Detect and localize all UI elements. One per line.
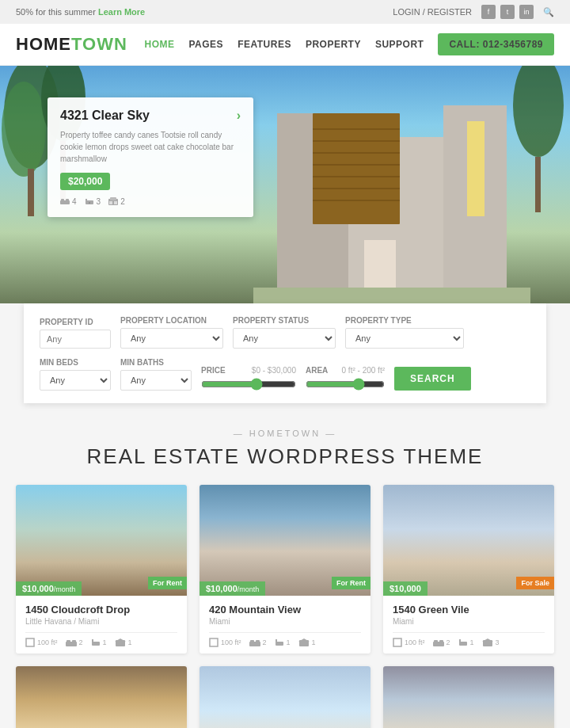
section-header: — HOMETOWN — REAL ESTATE WORDPRESS THEME [0,403,570,485]
stat-beds: 2 [66,638,83,646]
price-range-field: Price $0 - $30,000 [201,366,296,391]
area-icon [393,638,402,647]
min-beds-select[interactable]: Any [40,370,111,391]
section-subtitle: — HOMETOWN — [16,429,554,438]
search-panel: Property ID Property Location Any Proper… [24,303,546,403]
linkedin-icon[interactable]: in [519,5,534,19]
property-image: For Rent $10,000/month [200,485,370,596]
price-label: Price [201,366,226,375]
bath-stat-icon [91,638,101,647]
promo-bar: 50% for this summer Learn More [16,7,145,17]
property-location: Little Havana / Miami [25,617,177,626]
login-register-link[interactable]: LOGIN / REGISTER [393,7,472,17]
property-card[interactable]: For Sale $10,000 1540 Green Vile Miami 1… [383,485,554,654]
nav-property[interactable]: PROPERTY [306,39,361,50]
logo-part2: TOWN [71,34,127,54]
stat-area: 100 ft² [209,638,241,647]
svg-rect-18 [467,121,484,216]
hero-property-card: 4321 Clear Sky › Property toffee candy c… [48,97,253,217]
section-title: REAL ESTATE WORDPRESS THEME [16,444,554,469]
min-baths-field: Min Baths Any [120,358,192,391]
svg-rect-49 [434,640,438,642]
price-range-value: $0 - $30,000 [252,366,296,375]
min-beds-field: Min Beds Any [40,358,111,391]
status-select[interactable]: Any [233,328,336,349]
nav-support[interactable]: SUPPORT [375,39,424,50]
nav-home[interactable]: HOME [145,39,175,50]
facebook-icon[interactable]: f [481,5,496,19]
property-info: 420 Mountain View Miami 100 ft² 2 1 [200,596,370,654]
property-price: $10,000/month [200,581,265,596]
svg-rect-39 [210,638,218,646]
area-range-input[interactable] [306,378,385,391]
svg-rect-33 [66,640,70,642]
hero-card-title-text: 4321 Clear Sky [60,109,150,123]
type-field: Property Type Any [345,316,464,349]
property-location: Miami [393,617,545,626]
stat-beds: 2 [249,638,267,646]
min-baths-select[interactable]: Any [120,370,192,391]
nav-features[interactable]: FEATURES [238,39,291,50]
property-image: For Sale $10,000 [383,485,554,596]
svg-rect-36 [92,639,93,642]
property-name: 420 Mountain View [209,604,361,616]
property-stats: 100 ft² 2 1 1 [25,638,177,647]
property-card[interactable]: For Sale $30,000 140 Small Town Pacific … [383,666,554,728]
property-badge: For Rent [332,577,370,589]
property-divider [209,632,361,633]
stat-garages: 3 [482,638,500,647]
stat-beds: 2 [433,638,450,646]
learn-more-link[interactable]: Learn More [98,7,145,17]
stat-baths: 1 [458,638,474,647]
bed-stat-icon [433,638,444,646]
property-card[interactable]: For Rent $10,000/month 420 Mountain View… [200,485,370,654]
garage-stat-icon [115,638,126,647]
property-price: $10,000/month [16,581,82,596]
location-label: Property Location [120,316,223,325]
hero-card-features: 4 3 2 [60,196,241,206]
min-baths-label: Min Baths [120,358,192,367]
property-badge: For Rent [148,577,187,589]
property-image: For Sale $30,000 [383,666,554,728]
twitter-icon[interactable]: t [500,5,515,19]
svg-rect-29 [109,201,112,204]
stat-area: 100 ft² [393,638,425,647]
hero-card-price: $20,000 [60,173,110,190]
property-image: For Rent $20,000 [200,666,370,728]
feature-bed: 4 [60,197,77,206]
status-field: Property Status Any [233,316,336,349]
svg-rect-2 [28,169,34,216]
area-icon [209,638,218,647]
property-id-input[interactable] [40,330,111,349]
svg-rect-28 [110,197,116,200]
main-nav: HOME PAGES FEATURES PROPERTY SUPPORT CAL… [145,33,555,55]
social-icons: f t in [481,5,534,19]
property-divider [393,632,545,633]
svg-rect-22 [61,199,64,201]
price-range-input[interactable] [201,378,296,391]
stat-garages: 1 [115,638,132,647]
svg-point-1 [2,82,46,177]
property-stats: 100 ft² 2 1 1 [209,638,361,647]
svg-point-26 [89,202,90,204]
location-select[interactable]: Any [120,328,223,349]
call-button[interactable]: CALL: 012-3456789 [438,33,554,55]
top-bar-right: LOGIN / REGISTER f t in 🔍 [393,5,554,19]
type-select[interactable]: Any [345,328,464,349]
search-button[interactable]: SEARCH [394,367,471,391]
type-label: Property Type [345,316,464,325]
hero-card-title: 4321 Clear Sky › [60,109,241,123]
logo: HOMETOWN [16,34,127,55]
property-card[interactable]: For Rent $10,000/month 1523 Lake House M… [16,666,187,728]
bath-icon [85,196,94,206]
garage-stat-icon [482,638,493,647]
area-label: Area [306,366,328,375]
property-card[interactable]: For Rent $10,000/month 1450 Cloudcroft D… [16,485,187,654]
header: HOMETOWN HOME PAGES FEATURES PROPERTY SU… [0,24,570,66]
nav-pages[interactable]: PAGES [189,39,224,50]
property-image: For Rent $10,000/month [16,666,187,728]
property-card[interactable]: For Rent $20,000 4321 Clear Sky Palo Alt… [200,666,370,728]
bed-stat-icon [66,638,77,646]
search-icon[interactable]: 🔍 [543,7,554,17]
hero-card-arrow[interactable]: › [237,109,241,123]
